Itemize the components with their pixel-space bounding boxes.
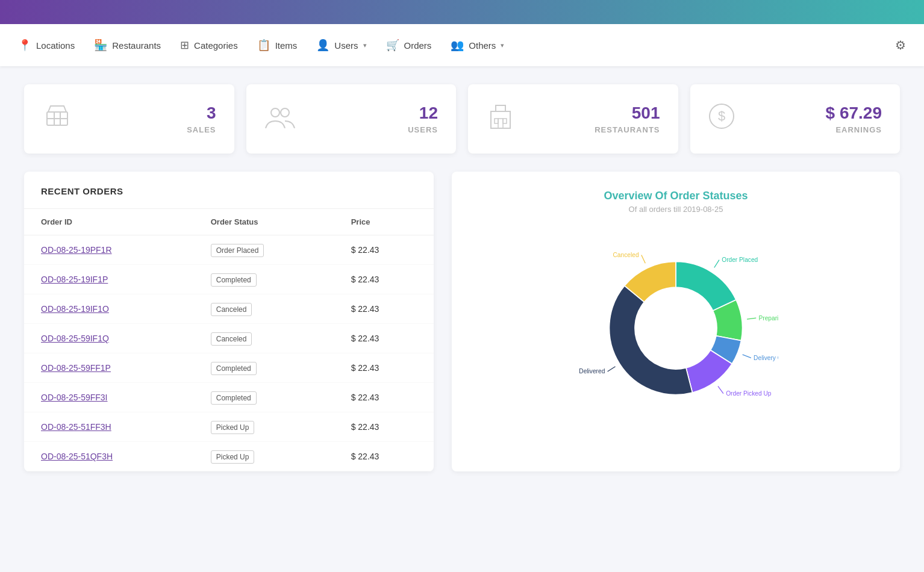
svg-rect-6: [491, 111, 510, 128]
order-id-link[interactable]: OD-08-25-59FF1P: [41, 363, 111, 373]
nav-label-users: Users: [334, 40, 358, 51]
stat-card-restaurants: 501 RESTAURANTS: [468, 84, 678, 154]
restaurants-label: RESTAURANTS: [595, 125, 660, 134]
status-badge: Canceled: [211, 332, 252, 346]
table-row: OD-08-25-19IF1PCompleted$ 22.43: [24, 265, 434, 294]
order-id-link[interactable]: OD-08-25-19PF1R: [41, 245, 112, 255]
segment-label: Delivery Guy.: [754, 355, 778, 361]
categories-icon: ⊞: [180, 39, 189, 52]
recent-orders-title: RECENT ORDERS: [41, 186, 417, 196]
nav-label-categories: Categories: [194, 40, 238, 51]
basket-icon: [42, 101, 72, 137]
nav-item-others[interactable]: 👥 Others ▾: [451, 39, 504, 52]
orders-table: Order ID Order Status Price OD-08-25-19P…: [24, 209, 434, 471]
order-id-link[interactable]: OD-08-25-19IF1P: [41, 275, 108, 284]
dollar-icon: $: [708, 103, 735, 135]
nav-item-categories[interactable]: ⊞ Categories: [180, 39, 238, 52]
sales-value: 3: [187, 104, 216, 123]
recent-orders-panel: RECENT ORDERS Order ID Order Status Pric…: [24, 172, 434, 471]
order-id-cell[interactable]: OD-08-25-19PF1R: [24, 235, 194, 265]
order-id-cell[interactable]: OD-08-25-51QF3H: [24, 442, 194, 471]
order-status-cell: Canceled: [194, 294, 334, 324]
nav-item-locations[interactable]: 📍 Locations: [18, 39, 75, 52]
stats-row: 3 SALES 12 USERS: [24, 84, 900, 154]
status-badge: Completed: [211, 273, 257, 287]
table-row: OD-08-25-59FF1PCompleted$ 22.43: [24, 353, 434, 383]
order-status-cell: Completed: [194, 383, 334, 412]
svg-point-5: [281, 108, 289, 117]
order-status-cell: Picked Up: [194, 442, 334, 471]
order-id-cell[interactable]: OD-08-25-59FF1P: [24, 353, 194, 383]
nav-item-items[interactable]: 📋 Items: [257, 39, 298, 52]
recent-orders-header: RECENT ORDERS: [24, 172, 434, 209]
segment-line: [743, 355, 751, 358]
top-gradient-bar: [0, 0, 924, 24]
order-id-cell[interactable]: OD-08-25-51FF3H: [24, 412, 194, 442]
sales-label: SALES: [187, 125, 216, 134]
price-cell: $ 22.43: [334, 383, 434, 412]
restaurants-value: 501: [595, 104, 660, 123]
order-id-link[interactable]: OD-08-25-19IF1O: [41, 304, 109, 314]
orders-table-body: OD-08-25-19PF1ROrder Placed$ 22.43OD-08-…: [24, 235, 434, 471]
order-id-link[interactable]: OD-08-25-59FF3I: [41, 393, 107, 402]
status-badge: Canceled: [211, 303, 252, 316]
donut-chart: Order PlacedPreparing ODelivery Guy.Orde…: [573, 226, 778, 431]
stat-card-earnings: $ $ 67.29 EARNINGS: [690, 84, 901, 154]
users-label: USERS: [408, 125, 438, 134]
svg-rect-7: [496, 105, 505, 111]
nav-label-orders: Orders: [404, 40, 432, 51]
order-id-cell[interactable]: OD-08-25-59FF3I: [24, 383, 194, 412]
order-id-link[interactable]: OD-08-25-51QF3H: [41, 452, 113, 461]
main-navigation: 📍 Locations 🏪 Restaurants ⊞ Categories 📋…: [0, 24, 924, 66]
segment-line: [714, 260, 719, 268]
order-id-link[interactable]: OD-08-25-59IF1Q: [41, 334, 109, 343]
table-row: OD-08-25-19IF1OCanceled$ 22.43: [24, 294, 434, 324]
segment-line: [747, 318, 756, 319]
segment-line: [641, 255, 646, 263]
nav-item-restaurants[interactable]: 🏪 Restaurants: [94, 39, 161, 52]
nav-label-restaurants: Restaurants: [112, 40, 161, 51]
price-cell: $ 22.43: [334, 235, 434, 265]
status-badge: Order Placed: [211, 244, 264, 257]
items-icon: 📋: [257, 39, 270, 52]
orders-header-row: Order ID Order Status Price: [24, 209, 434, 235]
order-id-cell[interactable]: OD-08-25-59IF1Q: [24, 324, 194, 353]
table-row: OD-08-25-59IF1QCanceled$ 22.43: [24, 324, 434, 353]
price-cell: $ 22.43: [334, 353, 434, 383]
order-id-link[interactable]: OD-08-25-51FF3H: [41, 422, 111, 432]
col-order-id: Order ID: [24, 209, 194, 235]
order-id-cell[interactable]: OD-08-25-19IF1O: [24, 294, 194, 324]
status-badge: Completed: [211, 362, 257, 375]
orders-table-head: Order ID Order Status Price: [24, 209, 434, 235]
order-status-cell: Completed: [194, 353, 334, 383]
nav-label-items: Items: [275, 40, 298, 51]
donut-segment: [610, 286, 693, 395]
nav-label-locations: Locations: [36, 40, 75, 51]
nav-items-group: 📍 Locations 🏪 Restaurants ⊞ Categories 📋…: [18, 39, 895, 52]
svg-rect-9: [503, 119, 507, 123]
others-icon: 👥: [451, 39, 464, 52]
nav-label-others: Others: [469, 40, 496, 51]
segment-line: [608, 367, 616, 371]
col-order-status: Order Status: [194, 209, 334, 235]
segment-line: [718, 386, 723, 393]
chart-subtitle: Of all orders till 2019-08-25: [629, 205, 723, 214]
nav-item-orders[interactable]: 🛒 Orders: [386, 39, 432, 52]
users-group-icon: [264, 104, 296, 134]
price-cell: $ 22.43: [334, 324, 434, 353]
users-icon: 👤: [316, 39, 329, 52]
col-price: Price: [334, 209, 434, 235]
building-icon: [486, 102, 515, 136]
table-row: OD-08-25-51FF3HPicked Up$ 22.43: [24, 412, 434, 442]
main-content: 3 SALES 12 USERS: [0, 66, 924, 490]
order-id-cell[interactable]: OD-08-25-19IF1P: [24, 265, 194, 294]
status-badge: Completed: [211, 391, 257, 405]
nav-item-users[interactable]: 👤 Users ▾: [316, 39, 366, 52]
svg-rect-10: [498, 119, 503, 128]
price-cell: $ 22.43: [334, 265, 434, 294]
segment-label: Delivered: [579, 368, 605, 375]
settings-icon[interactable]: ⚙: [895, 38, 906, 52]
order-status-cell: Order Placed: [194, 235, 334, 265]
donut-segment: [676, 262, 736, 311]
svg-rect-8: [495, 119, 498, 123]
